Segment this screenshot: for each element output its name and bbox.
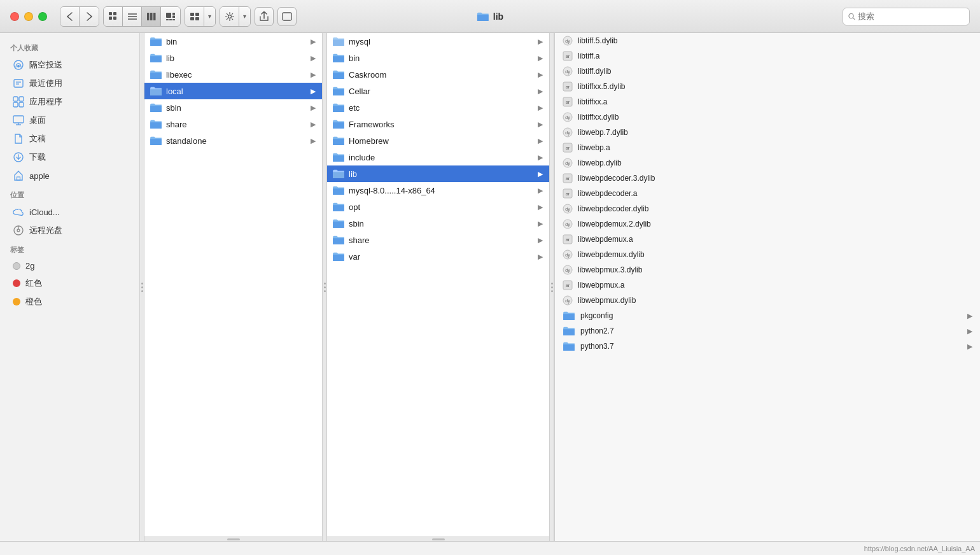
tag-2g-label: 2g (25, 261, 34, 270)
col3-libwebpdemux2[interactable]: dy libwebpdemux.2.dylib (555, 216, 980, 232)
folder-icon (150, 36, 162, 46)
view-icon-button[interactable] (104, 7, 123, 26)
sidebar-item-apps[interactable]: 应用程序 (3, 93, 137, 111)
col3-libtiff-dylib-top-label: libtiff.5.dylib (578, 36, 617, 45)
minimize-button[interactable] (24, 12, 33, 21)
col1-col2-divider[interactable] (323, 33, 327, 541)
col3-libwebpmux-dylib[interactable]: dy libwebpmux.dylib (555, 293, 980, 308)
col2-var[interactable]: var ▶ (327, 248, 549, 265)
col3-pkgconfig[interactable]: pkgconfig ▶ (555, 308, 980, 323)
sidebar-item-icloud[interactable]: iCloud... (3, 203, 137, 221)
settings-dropdown-button[interactable]: ▾ (239, 7, 250, 26)
col1-sbin[interactable]: sbin ▶ (144, 99, 322, 116)
settings-icon-button[interactable] (220, 7, 239, 26)
col3-libwebpdecoder-a[interactable]: ar libwebpdecoder.a (555, 186, 980, 201)
col2-lib[interactable]: lib ▶ (327, 165, 549, 182)
col3-libtiff-dylib[interactable]: dy libtiff.dylib (555, 64, 980, 79)
sidebar-item-airdrop[interactable]: 隔空投送 (3, 56, 137, 74)
col3-libtiffxx-dylib[interactable]: dy libtiffxx.dylib (555, 109, 980, 125)
col3-libwebpdecoder-dylib[interactable]: dy libwebpdecoder.dylib (555, 201, 980, 216)
share-button[interactable] (255, 7, 274, 26)
bottom-bar: https://blog.csdn.net/AA_Liuisia_AA (0, 541, 980, 555)
arrow-icon: ▶ (311, 38, 316, 46)
sidebar-item-downloads[interactable]: 下载 (3, 148, 137, 166)
arch-icon: ar (563, 81, 573, 92)
svg-text:dy: dy (565, 222, 570, 227)
view-list-button[interactable] (123, 7, 142, 26)
col2-share[interactable]: share ▶ (327, 232, 549, 248)
col3-libwebp-dylib[interactable]: dy libwebp.dylib (555, 155, 980, 171)
col3-libwebpdemux-dylib[interactable]: dy libwebpdemux.dylib (555, 247, 980, 262)
svg-rect-32 (19, 102, 24, 107)
folder-icon (150, 119, 162, 129)
col3-libwebpmux-a[interactable]: ar libwebpmux.a (555, 278, 980, 293)
col2-bottom-handle[interactable] (327, 537, 549, 541)
col3-libwebpdecoder3[interactable]: ar libwebpdecoder.3.dylib (555, 171, 980, 186)
col2-mysql[interactable]: mysql ▶ (327, 33, 549, 50)
folder-icon (332, 36, 345, 46)
column-1-scroll[interactable]: bin ▶ lib ▶ libexec ▶ local ▶ (144, 33, 322, 537)
sidebar-item-desktop[interactable]: 桌面 (3, 111, 137, 129)
col3-libwebpmux3[interactable]: dy libwebpmux.3.dylib (555, 262, 980, 278)
col3-libwebpdemux-a[interactable]: ar libwebpdemux.a (555, 232, 980, 247)
col2-col3-divider[interactable] (550, 33, 554, 541)
col2-homebrew[interactable]: Homebrew ▶ (327, 132, 549, 149)
col3-libtiffxx5[interactable]: ar libtiffxx.5.dylib (555, 79, 980, 94)
maximize-button[interactable] (38, 12, 47, 21)
col2-etc[interactable]: etc ▶ (327, 99, 549, 116)
col3-libwebp-a[interactable]: ar libwebp.a (555, 140, 980, 155)
sidebar-item-tag-red[interactable]: 红色 (3, 274, 137, 292)
status-url: https://blog.csdn.net/AA_Liuisia_AA (864, 545, 975, 552)
search-box[interactable] (843, 8, 970, 25)
col3-libwebp7[interactable]: dy libwebp.7.dylib (555, 125, 980, 140)
sidebar-resize-handle[interactable] (140, 33, 144, 541)
sidebar-item-documents[interactable]: 文稿 (3, 130, 137, 148)
close-button[interactable] (10, 12, 19, 21)
col1-bin[interactable]: bin ▶ (144, 33, 322, 50)
home-icon (13, 170, 24, 181)
column-2-scroll[interactable]: mysql ▶ bin ▶ Caskroom ▶ Cellar ▶ (327, 33, 549, 537)
col2-frameworks[interactable]: Frameworks ▶ (327, 116, 549, 132)
folder-icon (332, 218, 345, 228)
col2-cellar[interactable]: Cellar ▶ (327, 83, 549, 99)
col1-libexec[interactable]: libexec ▶ (144, 66, 322, 83)
col2-caskroom[interactable]: Caskroom ▶ (327, 66, 549, 83)
search-input[interactable] (858, 11, 964, 21)
forward-button[interactable] (80, 7, 99, 26)
sidebar-item-remote[interactable]: 远程光盘 (3, 221, 137, 239)
col3-libtiff-a[interactable]: ar libtiff.a (555, 48, 980, 64)
svg-rect-1 (113, 12, 116, 15)
view-gallery-button[interactable] (161, 7, 180, 26)
col1-lib[interactable]: lib ▶ (144, 50, 322, 66)
col1-standalone[interactable]: standalone ▶ (144, 132, 322, 149)
col2-sbin[interactable]: sbin ▶ (327, 215, 549, 232)
svg-text:dy: dy (565, 39, 570, 44)
col1-local[interactable]: local ▶ (144, 83, 322, 99)
svg-rect-38 (17, 177, 20, 180)
col2-mysql2[interactable]: mysql-8.0.....14-x86_64 ▶ (327, 182, 549, 199)
col3-python27[interactable]: python2.7 ▶ (555, 323, 980, 339)
col2-include[interactable]: include ▶ (327, 149, 549, 165)
sidebar-item-apple[interactable]: apple (3, 167, 137, 185)
sidebar-item-recents[interactable]: 最近使用 (3, 74, 137, 92)
col3-libtiff-dylib-top[interactable]: dy libtiff.5.dylib (555, 33, 980, 48)
col3-libtiffxx-a[interactable]: ar libtiffxx.a (555, 94, 980, 109)
sidebar-item-tag-orange[interactable]: 橙色 (3, 293, 137, 311)
col2-bin[interactable]: bin ▶ (327, 50, 549, 66)
arrow-icon: ▶ (311, 137, 316, 145)
group-icon-button[interactable] (185, 7, 204, 26)
dylib-icon: dy (563, 249, 573, 260)
tag-button[interactable] (277, 7, 297, 26)
back-button[interactable] (60, 7, 80, 26)
col1-share[interactable]: share ▶ (144, 116, 322, 132)
col2-opt[interactable]: opt ▶ (327, 199, 549, 215)
recents-label: 最近使用 (29, 78, 62, 89)
sidebar-item-tag-2g[interactable]: 2g (3, 258, 137, 274)
col3-python37[interactable]: python3.7 ▶ (555, 339, 980, 354)
documents-label: 文稿 (29, 133, 46, 144)
group-dropdown-button[interactable]: ▾ (204, 7, 215, 26)
view-column-button[interactable] (142, 7, 161, 26)
col2-opt-label: opt (349, 202, 360, 212)
col1-bottom-handle[interactable] (144, 537, 322, 541)
arrow-icon: ▶ (538, 203, 543, 211)
